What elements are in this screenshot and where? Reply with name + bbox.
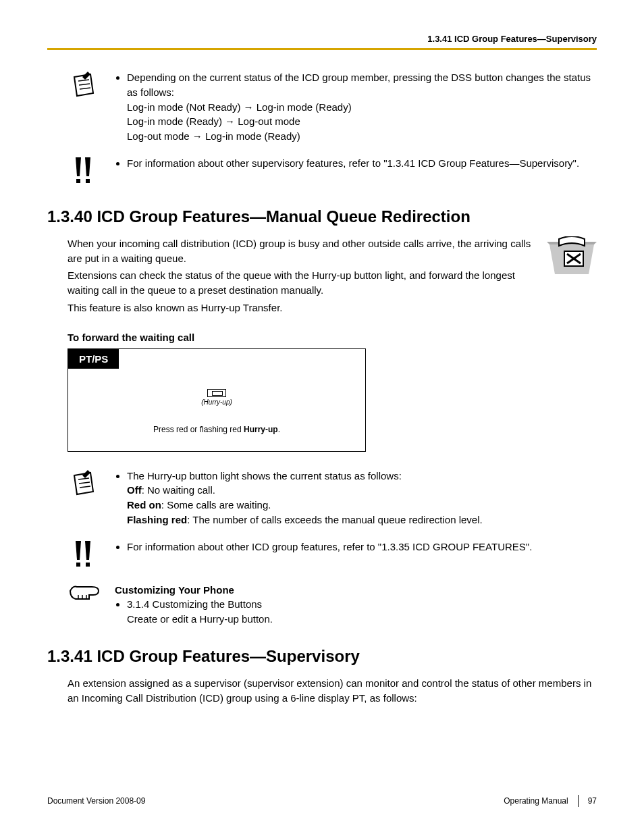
note-line: Log-in mode (Ready) → Log-out mode — [127, 115, 300, 127]
body-text: When your incoming call distribution (IC… — [68, 236, 536, 266]
section-heading-1341: 1.3.41 ICD Group Features—Supervisory — [47, 647, 597, 666]
note-text: The Hurry-up button light shows the curr… — [127, 470, 402, 481]
note-line: Log-in mode (Not Ready) → Log-in mode (R… — [127, 101, 352, 113]
header-rule — [47, 48, 597, 50]
tip-block: For information about other ICD group fe… — [68, 540, 597, 571]
note-text: Depending on the current status of the I… — [127, 72, 591, 98]
tip-block: For information about other supervisory … — [68, 156, 597, 187]
exclaim-icon — [68, 540, 101, 571]
customize-ref: 3.1.4 Customizing the Buttons — [127, 598, 262, 610]
footer-page-number: 97 — [588, 796, 597, 806]
running-header: 1.3.41 ICD Group Features—Supervisory — [47, 34, 597, 44]
body-text: Extensions can check the status of the q… — [68, 268, 536, 298]
customize-title: Customizing Your Phone — [115, 584, 234, 596]
notepad-icon — [68, 469, 101, 527]
body-text: This feature is also known as Hurry-up T… — [68, 301, 536, 315]
hurry-up-button-graphic: (Hurry-up) — [201, 389, 232, 406]
page: 1.3.41 ICD Group Features—Supervisory De… — [0, 0, 644, 834]
subheading: To forward the waiting call — [68, 332, 597, 343]
note-block: The Hurry-up button light shows the curr… — [68, 469, 597, 527]
tip-text: For information about other ICD group fe… — [127, 540, 597, 554]
procedure-box: PT/PS (Hurry-up) Press red or flashing r… — [68, 348, 366, 452]
note-block: Depending on the current status of the I… — [68, 70, 597, 144]
svg-rect-14 — [86, 563, 90, 567]
body-text: An extension assigned as a supervisor (s… — [68, 676, 597, 706]
footer: Document Version 2008-09 Operating Manua… — [47, 795, 597, 807]
customize-desc: Create or edit a Hurry-up button. — [127, 613, 273, 625]
tip-text: For information about other supervisory … — [127, 156, 597, 171]
phone-x-icon — [547, 236, 597, 280]
notepad-icon — [68, 70, 101, 144]
exclaim-icon — [68, 156, 101, 187]
svg-rect-3 — [76, 179, 80, 183]
note-line: Log-out mode → Log-in mode (Ready) — [127, 130, 300, 142]
svg-rect-4 — [86, 179, 90, 183]
section-heading-1340: 1.3.40 ICD Group Features—Manual Queue R… — [47, 207, 597, 226]
footer-doc-type: Operating Manual — [504, 796, 568, 806]
reference-block: Customizing Your Phone 3.1.4 Customizing… — [68, 583, 597, 627]
procedure-tab: PT/PS — [68, 349, 119, 369]
procedure-caption: Press red or flashing red Hurry-up. — [82, 425, 352, 434]
hand-point-icon — [68, 583, 101, 627]
footer-left: Document Version 2008-09 — [47, 796, 504, 806]
svg-rect-13 — [76, 563, 80, 567]
